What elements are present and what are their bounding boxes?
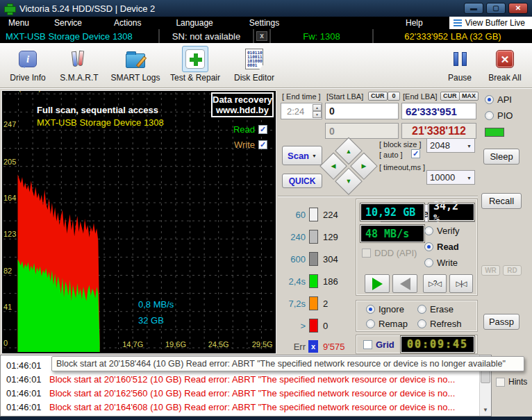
end-lba-input[interactable]: 62'333'951 [401,103,476,119]
verify-radio[interactable] [424,226,433,235]
api-radio[interactable] [485,95,494,104]
read-checkbox[interactable]: ✓ [258,125,267,134]
block-size-select[interactable]: 2048 [426,138,475,153]
sn-close-button[interactable]: x [256,31,267,41]
ignore-radio[interactable] [366,305,375,314]
auto-checkbox[interactable]: ✓ [411,149,420,158]
elapsed-timer-lcd: 00:09:45 [401,336,474,353]
write-radio-row[interactable]: Write [424,258,458,268]
drive-info-icon: i [19,51,37,67]
refresh-radio-row[interactable]: Refresh [417,319,462,329]
close-button[interactable]: ✕ [508,3,528,14]
verify-radio-row[interactable]: Verify [424,226,460,236]
svg-text:19,6G: 19,6G [165,340,186,348]
goto-end-button[interactable]: ▷|◁ [449,274,473,293]
refresh-radio[interactable] [417,319,426,328]
speed-graph: 288 (MB/s)2472051641238241014,7G19,6G24,… [1,90,276,354]
timeout-label: [ timeout,ms ] [379,163,425,171]
break-all-button[interactable]: ✕ Break All [485,46,525,83]
sleep-button[interactable]: Sleep [483,149,519,165]
graph-device-label: MXT-USB Storage Device 1308 [37,117,164,128]
menu-bar: Menu Service Actions Language Settings H… [0,17,532,29]
progress-size-lcd: 10,92 GB [360,203,424,221]
app-window: Victoria 5.24 HDD/SSD | Device 2 ▬ ▢ ✕ M… [0,0,532,420]
pio-radio-row[interactable]: PIO [485,110,513,121]
red-x-icon: ✕ [496,50,514,68]
read-radio[interactable] [424,242,433,251]
scrollbar-thumb[interactable] [481,371,490,383]
legend-row-7-2s: 7,2s 2 [279,296,328,311]
hints-checkbox[interactable] [496,378,505,387]
view-buffer-live-button[interactable]: View Buffer Live [449,17,532,29]
scan-button[interactable]: Scan▼ [282,146,322,165]
current-lba-value: 21'338'112 [401,123,476,139]
svg-text:24,5G: 24,5G [208,340,229,348]
log-row: 01:46:01 Block start at 20'164'608 (10 G… [1,400,491,414]
api-radio-row[interactable]: API [485,94,512,105]
erase-radio[interactable] [417,305,426,314]
menu-item-actions[interactable]: Actions [107,17,148,29]
log-row: 01:46:01 Block start at 20'160'512 (10 G… [1,372,491,386]
write-radio[interactable] [424,258,433,267]
end-time-label: [ End time ] [282,92,321,101]
minimize-button[interactable]: ▬ [464,3,483,14]
svg-text:247: 247 [3,120,16,128]
pause-button[interactable]: Pause [442,46,478,83]
back-button[interactable] [392,274,417,293]
end-time-field[interactable]: 2:24 ▲▼ [281,103,322,119]
svg-text:0: 0 [3,339,8,347]
ignore-radio-row[interactable]: Ignore [366,304,404,314]
menu-item-language[interactable]: Language [169,17,219,29]
main-area: 288 (MB/s)2472051641238241014,7G19,6G24,… [0,88,532,355]
serial-number: SN: not available [160,29,254,43]
menu-item-help[interactable]: Help [399,17,430,29]
block-swatch [309,208,318,221]
binary-document-icon: 010110 110011 101000 0001 [245,49,263,69]
ddd-api-checkbox[interactable] [362,249,371,258]
legend-row-errors: Err x 9'575 [279,339,344,354]
rd-button[interactable]: RD [503,265,522,276]
disk-editor-button[interactable]: 010110 110011 101000 0001 Disk Editor [229,46,279,83]
defect-action-group: Ignore Erase Remap Refresh [356,300,478,332]
wr-button[interactable]: WR [481,265,500,276]
write-legend-label: Write [234,140,255,150]
read-radio-row[interactable]: Read [424,242,459,252]
menu-item-settings[interactable]: Settings [242,17,286,29]
test-repair-button[interactable]: Test & Repair [165,46,225,83]
grid-checkbox[interactable] [363,340,372,349]
timeout-select[interactable]: 10000 [426,170,475,185]
remap-radio[interactable] [366,319,375,328]
smart-button[interactable]: S.M.A.R.T [54,46,104,83]
legend-row-60: 60 224 [279,207,338,222]
lba-capacity: 62'333'952 LBA (32 GB) [374,29,532,43]
start-lba-cur-button[interactable]: CUR [368,92,388,101]
start-lba-zero-button[interactable]: 0 [388,92,400,101]
erase-radio-row[interactable]: Erase [417,304,454,314]
start-lba-input[interactable]: 0 [325,103,399,119]
drive-info-button[interactable]: i Drive Info [6,46,50,83]
svg-text:41: 41 [3,303,12,311]
recall-button[interactable]: Recall [481,193,522,209]
maximize-button[interactable]: ▢ [486,3,506,14]
end-lba-max-button[interactable]: MAX [459,92,479,101]
menu-item-service[interactable]: Service [47,17,89,29]
passp-button[interactable]: Passp [483,314,519,330]
scrollbar-down-arrow[interactable]: ▼ [481,405,490,415]
log-tooltip: Block start at 20'158'464 (10 GB) Read e… [51,356,524,371]
buffer-list-icon [454,19,462,26]
pio-radio[interactable] [485,111,494,120]
start-button[interactable] [365,274,390,293]
end-time-spinner[interactable]: ▲▼ [313,104,322,118]
app-icon [4,3,15,14]
quick-button[interactable]: QUICK [282,174,322,188]
write-checkbox[interactable]: ✓ [258,140,267,149]
pause-icon [454,52,467,66]
menu-item-menu[interactable]: Menu [1,17,36,29]
remap-radio-row[interactable]: Remap [366,319,408,329]
end-lba-cur-button[interactable]: CUR [440,92,460,101]
smart-logs-button[interactable]: SMART Logs [108,46,163,83]
seek-test-button[interactable]: ▷?◁ [423,274,447,293]
hints-checkbox-row[interactable]: Hints [496,377,527,387]
device-name[interactable]: MXT-USB Storage Device 1308 [0,29,160,43]
error-x-icon: x [308,340,318,353]
